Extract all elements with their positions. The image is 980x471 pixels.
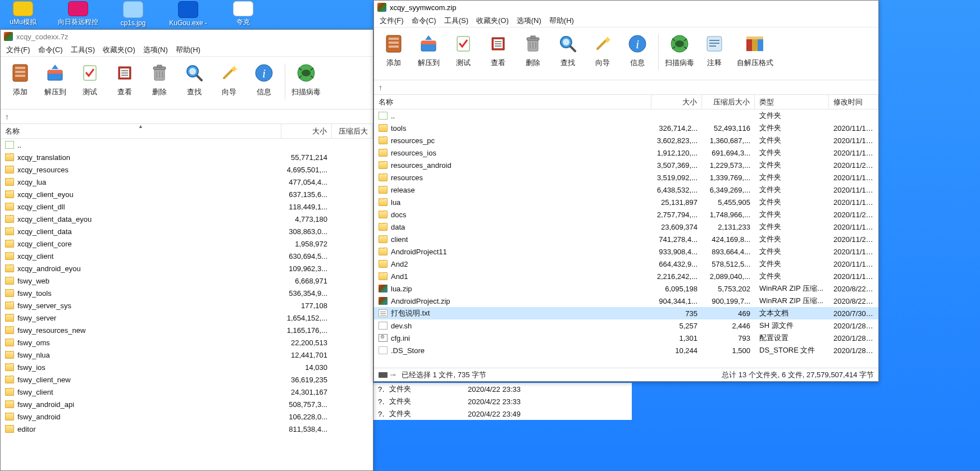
test-button[interactable]: 测试 [447, 30, 480, 68]
table-row[interactable]: ?文件夹2020/4/22 23:49 [373, 408, 632, 420]
table-row[interactable]: And2664,432,9...578,512,5...文件夹2020/11/1… [374, 258, 878, 270]
wizard-button[interactable]: 向导 [213, 59, 245, 97]
table-row[interactable]: xcqy_lua477,054,4... [1, 176, 373, 188]
table-row[interactable]: fswy_server_sys177,108 [1, 299, 373, 312]
table-row[interactable]: fswy_android_api508,757,3... [1, 398, 373, 410]
table-row[interactable]: ?文件夹2020/4/22 23:33 [373, 395, 632, 408]
table-row[interactable]: docs2,757,794,...1,748,966,...文件夹2020/11… [374, 208, 878, 221]
menu-tools[interactable]: 工具(S) [67, 44, 98, 56]
menu-file[interactable]: 文件(F) [376, 15, 407, 27]
info-button[interactable]: i信息 [621, 30, 654, 68]
add-button[interactable]: 添加 [377, 30, 410, 68]
table-row[interactable]: xcqy_client630,694,5... [1, 250, 373, 262]
table-row[interactable]: tools326,714,2...52,493,116文件夹2020/11/1 … [374, 122, 878, 134]
col-name[interactable]: 名称 [374, 95, 651, 109]
table-row[interactable]: AndroidProject.zip904,344,1...900,199,7.… [374, 295, 878, 307]
col-name[interactable]: ▲名称 [1, 124, 281, 138]
table-row[interactable]: fswy_server1,654,152,... [1, 312, 373, 324]
desktop-shortcut[interactable]: KuGou.exe - [166, 1, 210, 27]
table-row[interactable]: resources_pc3,602,823,...1,360,687,...文件… [374, 134, 878, 147]
menu-favorites[interactable]: 收藏夹(O) [473, 15, 512, 27]
col-packed[interactable]: 压缩后大小 [702, 95, 755, 109]
file-list[interactable]: ..文件夹tools326,714,2...52,493,116文件夹2020/… [374, 109, 878, 368]
menu-favorites[interactable]: 收藏夹(O) [99, 44, 139, 56]
view-button[interactable]: 查看 [108, 59, 141, 97]
sfx-button[interactable]: 自解压格式 [733, 30, 777, 68]
table-row[interactable]: xcqy_android_eyou109,962,3... [1, 262, 373, 275]
table-row[interactable]: client741,278,4...424,169,8...文件夹2020/11… [374, 233, 878, 245]
find-button[interactable]: 查找 [178, 59, 211, 97]
table-row[interactable]: lua.zip6,095,1985,753,202WinRAR ZIP 压缩..… [374, 282, 878, 295]
table-row[interactable]: resources3,519,092,...1,339,769,...文件夹20… [374, 171, 878, 184]
table-row[interactable]: fswy_client_new36,619,235 [1, 373, 373, 386]
table-row[interactable]: fswy_android106,228,0... [1, 410, 373, 423]
scan-button[interactable]: 扫描病毒 [663, 30, 696, 68]
delete-button[interactable]: 删除 [143, 59, 176, 97]
delete-button[interactable]: 删除 [517, 30, 549, 68]
menu-help[interactable]: 帮助(H) [546, 15, 577, 27]
table-row[interactable]: editor811,538,4... [1, 423, 373, 435]
table-row[interactable]: ..文件夹 [374, 109, 878, 122]
col-size[interactable]: 大小 [651, 95, 702, 109]
info-button[interactable]: i信息 [248, 59, 280, 97]
extract-button[interactable]: 解压到 [39, 59, 71, 97]
table-row[interactable]: lua25,131,8975,455,905文件夹2020/11/1 2: [374, 196, 878, 208]
table-row[interactable]: xcqy_translation55,771,214 [1, 151, 373, 163]
menu-commands[interactable]: 命令(C) [35, 44, 66, 56]
table-row[interactable]: fswy_tools536,354,9... [1, 287, 373, 299]
comment-button[interactable]: 注释 [698, 30, 731, 68]
table-row[interactable]: fswy_oms22,200,513 [1, 336, 373, 349]
table-row[interactable]: data23,609,3742,131,233文件夹2020/11/1 2:0 [374, 221, 878, 233]
table-row[interactable]: .DS_Store10,2441,500DS_STORE 文件2020/1/28… [374, 344, 878, 356]
menu-options[interactable]: 选项(N) [513, 15, 545, 27]
table-row[interactable]: xcqy_client_data_eyou4,773,180 [1, 213, 373, 225]
desktop-shortcut[interactable]: 夸克 [221, 1, 265, 27]
titlebar[interactable]: xcqy_syymwcom.zip [374, 1, 878, 14]
up-icon[interactable]: ↑ [379, 83, 382, 92]
table-row[interactable]: xcqy_client_data308,863,0... [1, 225, 373, 237]
menu-options[interactable]: 选项(N) [140, 44, 171, 56]
table-row[interactable]: .. [1, 139, 373, 151]
table-row[interactable]: fswy_resources_new1,165,176,... [1, 324, 373, 336]
test-button[interactable]: 测试 [74, 59, 106, 97]
table-row[interactable]: resources_android3,507,369,...1,229,573,… [374, 159, 878, 171]
svg-rect-62 [746, 39, 752, 51]
table-row[interactable]: resources_ios1,912,120,...691,694,3...文件… [374, 147, 878, 159]
extract-button[interactable]: 解压到 [412, 30, 445, 68]
col-size[interactable]: 大小 [281, 124, 332, 138]
wizard-button[interactable]: 向导 [586, 30, 619, 68]
add-button[interactable]: 添加 [4, 59, 37, 97]
table-row[interactable]: ?文件夹2020/4/22 23:33 [373, 383, 632, 395]
menu-help[interactable]: 帮助(H) [172, 44, 204, 56]
table-row[interactable]: fswy_nlua12,441,701 [1, 349, 373, 361]
table-row[interactable]: AndroidProject11933,908,4...893,664,4...… [374, 245, 878, 258]
file-list[interactable]: ..xcqy_translation55,771,214xcqy_resourc… [1, 139, 373, 470]
col-type[interactable]: 类型 [755, 95, 829, 109]
table-row[interactable]: xcqy_client_eyou637,135,6... [1, 188, 373, 200]
find-button[interactable]: 查找 [551, 30, 584, 68]
table-row[interactable]: release6,438,532,...6,349,269,...文件夹2020… [374, 184, 878, 196]
table-row[interactable]: xcqy_resources4,695,501,... [1, 163, 373, 176]
scan-button[interactable]: 扫描病毒 [290, 59, 322, 97]
desktop-shortcut[interactable]: uMu模拟 [1, 1, 45, 27]
table-row[interactable]: dev.sh5,2572,446SH 源文件2020/1/28 16 [374, 319, 878, 332]
menu-commands[interactable]: 命令(C) [408, 15, 440, 27]
titlebar[interactable]: xcqy_codexx.7z [1, 30, 373, 43]
desktop-shortcut[interactable]: 向日葵远程控 [56, 1, 100, 27]
view-button[interactable]: 查看 [482, 30, 514, 68]
table-row[interactable]: xcqy_client_core1,958,972 [1, 237, 373, 250]
menu-file[interactable]: 文件(F) [3, 44, 34, 56]
table-row[interactable]: cfg.ini1,301793配置设置2020/1/28 16 [374, 332, 878, 344]
menu-tools[interactable]: 工具(S) [441, 15, 472, 27]
toolbar: 添加 解压到 测试 查看 删除 查找 向导 i信息 扫描病毒 [1, 57, 373, 109]
table-row[interactable]: And12,216,242,...2,089,040,...文件夹2020/11… [374, 270, 878, 282]
col-modified[interactable]: 修改时间 [829, 95, 878, 109]
desktop-shortcut[interactable]: cp1s.jpg [111, 1, 155, 27]
col-packed[interactable]: 压缩后大 [332, 124, 373, 138]
table-row[interactable]: xcqy_client_dll118,449,1... [1, 200, 373, 213]
table-row[interactable]: fswy_ios14,030 [1, 361, 373, 373]
table-row[interactable]: 打包说明.txt735469文本文档2020/7/30 19 [374, 307, 878, 319]
table-row[interactable]: fswy_web6,668,971 [1, 275, 373, 287]
table-row[interactable]: fswy_client24,301,167 [1, 386, 373, 398]
up-icon[interactable]: ↑ [5, 112, 9, 121]
